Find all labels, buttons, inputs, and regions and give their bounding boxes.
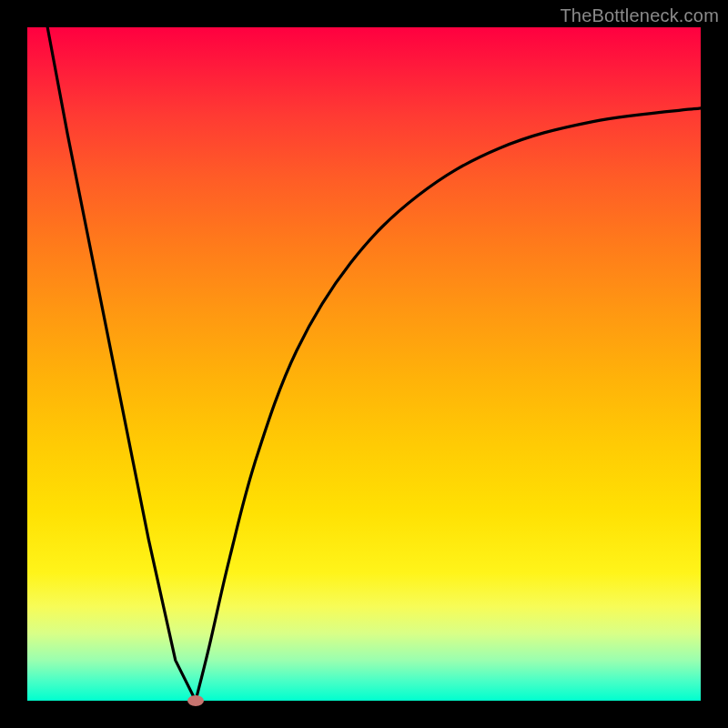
watermark-text: TheBottleneck.com xyxy=(560,5,719,26)
curve-left-branch xyxy=(47,27,196,701)
chart-frame: TheBottleneck.com xyxy=(0,0,728,728)
curve-right-branch xyxy=(196,108,701,701)
minimum-marker xyxy=(187,695,204,706)
curve-layer xyxy=(27,27,701,701)
plot-area xyxy=(27,27,701,701)
